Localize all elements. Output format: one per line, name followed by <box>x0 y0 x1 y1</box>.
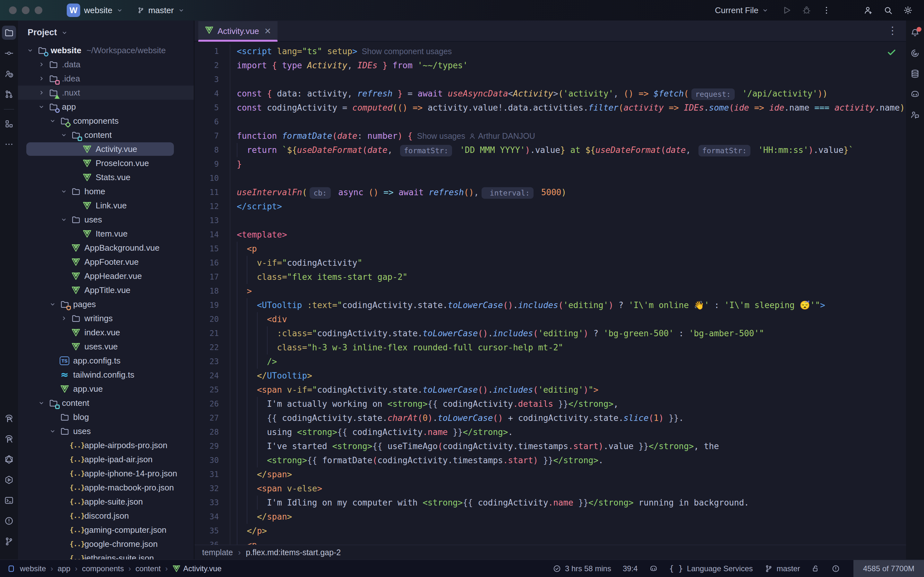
tree-item-home[interactable]: home <box>18 184 194 198</box>
tree-item-blog[interactable]: blog <box>18 410 194 424</box>
tree-item-apple-airpods-pro-json[interactable]: {..}apple-airpods-pro.json <box>18 438 194 452</box>
chevron-right-icon[interactable] <box>36 61 47 68</box>
code-line-21[interactable]: 21 :class="codingActivity.state.toLowerC… <box>194 326 906 340</box>
project-panel-header[interactable]: Project <box>18 25 194 43</box>
code-line-12[interactable]: 12</script> <box>194 199 906 213</box>
run-tool-icon[interactable] <box>2 473 16 487</box>
code-line-17[interactable]: 17 class="flex items-start gap-2" <box>194 270 906 284</box>
language-services-widget[interactable]: { } Language Services <box>669 564 753 573</box>
tree-item-link-vue[interactable]: Link.vue <box>18 198 194 213</box>
code-line-35[interactable]: 35 </p> <box>194 524 906 538</box>
tree-item-components[interactable]: components <box>18 114 194 128</box>
chevron-right-icon[interactable] <box>58 315 69 322</box>
tree-item-content[interactable]: content <box>18 128 194 142</box>
tree-item-appheader-vue[interactable]: AppHeader.vue <box>18 269 194 283</box>
chevron-down-icon[interactable] <box>47 428 58 435</box>
git-branch-widget[interactable]: master <box>764 564 800 573</box>
tab-options-icon[interactable]: ⋮ <box>887 24 898 37</box>
ai-assistant-icon[interactable] <box>908 46 922 60</box>
tree-item-discord-json[interactable]: {..}discord.json <box>18 509 194 523</box>
more-actions-icon[interactable] <box>819 3 834 17</box>
code-line-30[interactable]: 30 <strong>{{ formatDate(codingActivity.… <box>194 453 906 467</box>
branch-widget[interactable]: master <box>134 3 188 17</box>
code-area[interactable]: 1<script lang="ts" setup> Show component… <box>194 42 906 545</box>
tree-item-index-vue[interactable]: index.vue <box>18 326 194 340</box>
status-breadcrumb[interactable]: website›app›components›content›Activity.… <box>7 564 222 573</box>
chevron-down-icon[interactable] <box>58 188 69 195</box>
more-tool-icon[interactable] <box>2 137 16 151</box>
code-line-20[interactable]: 20 <div <box>194 312 906 326</box>
chevron-right-icon[interactable] <box>36 75 47 82</box>
tree-item-google-chrome-json[interactable]: {..}google-chrome.json <box>18 537 194 551</box>
tree-item-appbackground-vue[interactable]: AppBackground.vue <box>18 241 194 255</box>
code-line-15[interactable]: 15 <p <box>194 242 906 256</box>
code-line-29[interactable]: 29 I've started <strong>{{ useTimeAgo(co… <box>194 439 906 453</box>
r-tool-icon[interactable] <box>2 411 16 425</box>
project-widget[interactable]: W website <box>63 2 127 19</box>
tree-item-tailwind-config-ts[interactable]: ≈tailwind.config.ts <box>18 367 194 382</box>
status-path-segment[interactable]: components <box>82 564 124 573</box>
chevron-right-icon[interactable] <box>36 89 47 96</box>
tree-item-stats-vue[interactable]: Stats.vue <box>18 170 194 184</box>
chevron-down-icon[interactable] <box>47 117 58 124</box>
code-line-36[interactable]: 36 <p <box>194 538 906 545</box>
close-button[interactable] <box>9 6 17 14</box>
code-line-18[interactable]: 18 > <box>194 284 906 298</box>
minimize-button[interactable] <box>22 6 29 14</box>
git-tool-icon[interactable] <box>2 534 16 548</box>
tab-activity-vue[interactable]: Activity.vue ✕ <box>198 21 278 41</box>
code-line-31[interactable]: 31 </span> <box>194 467 906 482</box>
tree-item-jetbrains-suite-json[interactable]: {..}jetbrains-suite.json <box>18 551 194 559</box>
code-line-16[interactable]: 16 v-if="codingActivity" <box>194 256 906 270</box>
tree-item-apple-ipad-air-json[interactable]: {..}apple-ipad-air.json <box>18 452 194 466</box>
tree-item-app-config-ts[interactable]: TSapp.config.ts <box>18 354 194 367</box>
community-tool-icon[interactable] <box>2 67 16 81</box>
code-line-3[interactable]: 3 <box>194 73 906 87</box>
code-line-11[interactable]: 11useIntervalFn(cb: async () => await re… <box>194 185 906 199</box>
problems-tool-icon[interactable] <box>2 514 16 528</box>
tree-item-item-vue[interactable]: Item.vue <box>18 227 194 241</box>
tree-item-appfooter-vue[interactable]: AppFooter.vue <box>18 255 194 269</box>
folder-tool-icon[interactable] <box>2 26 16 40</box>
code-line-25[interactable]: 25 <span v-if="codingActivity.state.toLo… <box>194 383 906 397</box>
tree-item-uses-vue[interactable]: uses.vue <box>18 340 194 354</box>
tree-item--idea[interactable]: .idea <box>18 71 194 85</box>
tree-item-gaming-computer-json[interactable]: {..}gaming-computer.json <box>18 523 194 537</box>
chevron-down-icon[interactable] <box>24 47 36 54</box>
code-line-2[interactable]: 2import { type Activity, IDEs } from '~~… <box>194 58 906 73</box>
r-tool-icon[interactable] <box>2 432 16 446</box>
breadcrumb-template[interactable]: template <box>202 548 233 557</box>
commit-tool-icon[interactable] <box>2 46 16 60</box>
notifications-icon[interactable] <box>908 26 922 40</box>
code-line-13[interactable]: 13 <box>194 213 906 227</box>
tree-item-proseicon-vue[interactable]: ProseIcon.vue <box>18 156 194 170</box>
memory-indicator[interactable]: 4585 of 7700M <box>853 560 924 577</box>
close-tab-icon[interactable]: ✕ <box>264 26 271 36</box>
status-path-segment[interactable]: website <box>20 564 46 573</box>
lock-widget[interactable] <box>812 564 820 573</box>
tree-item-apple-macbook-pro-json[interactable]: {..}apple-macbook-pro.json <box>18 480 194 495</box>
chevron-down-icon[interactable] <box>58 216 69 223</box>
chevron-down-icon[interactable] <box>36 400 47 406</box>
code-line-14[interactable]: 14<template> <box>194 227 906 242</box>
tree-item--nuxt[interactable]: .nuxt <box>18 85 194 100</box>
code-line-1[interactable]: 1<script lang="ts" setup> Show component… <box>194 44 906 58</box>
code-line-28[interactable]: 28 using <strong>{{ codingActivity.name … <box>194 425 906 439</box>
code-line-10[interactable]: 10 <box>194 171 906 185</box>
caret-position-widget[interactable]: 39:4 <box>623 564 638 573</box>
tree-item-apptitle-vue[interactable]: AppTitle.vue <box>18 283 194 297</box>
database-icon[interactable] <box>908 67 922 81</box>
tree-item-apple-iphone-14-pro-json[interactable]: {..}apple-iphone-14-pro.json <box>18 466 194 480</box>
code-line-4[interactable]: 4const { data: activity, refresh } = awa… <box>194 87 906 101</box>
tree-item-website[interactable]: website~/Workspace/website <box>18 43 194 57</box>
tree-item-uses[interactable]: uses <box>18 424 194 438</box>
copilot-status-icon[interactable] <box>649 564 658 573</box>
status-path-segment[interactable]: app <box>57 564 70 573</box>
code-line-6[interactable]: 6 <box>194 115 906 129</box>
code-line-7[interactable]: 7function formatDate(date: number) { Sho… <box>194 129 906 143</box>
problems-widget[interactable] <box>832 564 840 573</box>
tree-item-writings[interactable]: writings <box>18 311 194 326</box>
status-current-file[interactable]: Activity.vue <box>172 564 222 573</box>
code-line-19[interactable]: 19 <UTooltip :text="codingActivity.state… <box>194 298 906 312</box>
pull-request-tool-icon[interactable] <box>2 87 16 101</box>
